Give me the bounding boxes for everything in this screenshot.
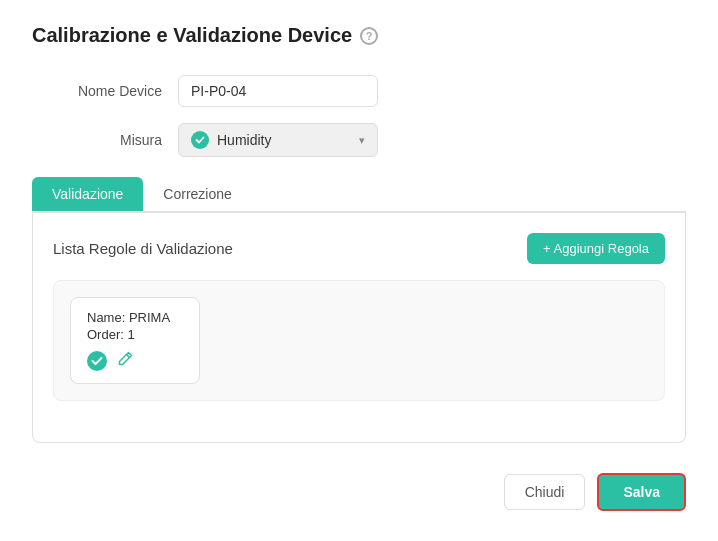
measure-row: Misura Humidity ▾ — [52, 123, 686, 157]
help-icon[interactable]: ? — [360, 27, 378, 45]
save-button[interactable]: Salva — [597, 473, 686, 511]
page-title: Calibrazione e Validazione Device — [32, 24, 352, 47]
footer: Chiudi Salva — [32, 473, 686, 521]
validation-header: Lista Regole di Validazione + Aggiungi R… — [53, 233, 665, 264]
rule-order: Order: 1 — [87, 327, 183, 342]
rule-name: Name: PRIMA — [87, 310, 183, 325]
close-button[interactable]: Chiudi — [504, 474, 586, 510]
validation-section-title: Lista Regole di Validazione — [53, 240, 233, 257]
measure-dropdown[interactable]: Humidity ▾ — [178, 123, 378, 157]
rule-actions — [87, 350, 183, 371]
tab-content: Lista Regole di Validazione + Aggiungi R… — [32, 213, 686, 443]
rule-check-button[interactable] — [87, 351, 107, 371]
page-title-container: Calibrazione e Validazione Device ? — [32, 24, 686, 47]
tab-correzione[interactable]: Correzione — [143, 177, 251, 211]
tab-validazione[interactable]: Validazione — [32, 177, 143, 211]
form-section: Nome Device Misura Humidity ▾ — [52, 75, 686, 157]
tabs-container: Validazione Correzione — [32, 177, 686, 213]
rule-edit-button[interactable] — [117, 350, 134, 371]
rule-card: Name: PRIMA Order: 1 — [70, 297, 200, 384]
add-rule-button[interactable]: + Aggiungi Regola — [527, 233, 665, 264]
measure-check-icon — [191, 131, 209, 149]
rules-container: Name: PRIMA Order: 1 — [53, 280, 665, 401]
measure-label: Misura — [52, 132, 162, 148]
measure-value: Humidity — [217, 132, 351, 148]
device-input[interactable] — [178, 75, 378, 107]
device-label: Nome Device — [52, 83, 162, 99]
chevron-down-icon: ▾ — [359, 134, 365, 147]
device-row: Nome Device — [52, 75, 686, 107]
